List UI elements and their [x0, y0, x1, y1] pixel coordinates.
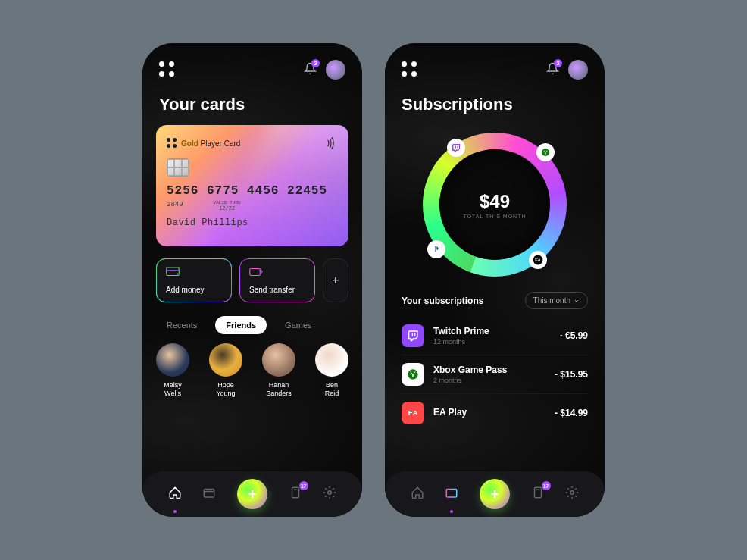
subscriptions-list-title: Your subscriptions	[402, 296, 483, 306]
actions-row: + Add money Send transfer +	[142, 246, 362, 310]
contactless-icon	[323, 136, 338, 151]
card-brand: Gold Player Card	[167, 138, 240, 149]
xbox-icon	[402, 363, 424, 386]
page-title: Your cards	[142, 89, 362, 125]
friend-avatar	[209, 343, 242, 377]
nav-add-button[interactable]: +	[480, 479, 510, 509]
svg-point-7	[542, 149, 549, 156]
svg-point-10	[408, 369, 417, 379]
topbar: 2	[142, 43, 362, 89]
friend-avatar	[262, 343, 295, 377]
playstation-icon[interactable]	[427, 240, 445, 258]
svg-rect-4	[205, 490, 215, 498]
notifications-button[interactable]: 2	[546, 62, 559, 78]
svg-rect-3	[250, 269, 261, 276]
notification-badge: 2	[554, 59, 562, 67]
notifications-button[interactable]: 2	[304, 62, 317, 78]
svg-point-13	[570, 491, 574, 495]
send-transfer-icon	[249, 267, 263, 277]
card-chip-icon	[167, 158, 189, 177]
twitch-icon	[402, 324, 424, 347]
friend-item[interactable]: HananSanders	[262, 343, 295, 398]
nav-wallet[interactable]	[445, 486, 458, 502]
subscriptions-header: Your subscriptions This month	[385, 292, 605, 317]
svg-rect-0	[167, 267, 180, 276]
add-money-button[interactable]: + Add money	[156, 258, 232, 302]
notification-badge: 2	[311, 59, 320, 67]
svg-text:EA: EA	[535, 258, 541, 262]
subscription-item[interactable]: Xbox Game Pass2 months - $15.95	[402, 355, 588, 394]
topbar: 2	[385, 43, 605, 89]
payment-card[interactable]: Gold Player Card 5256 6775 4456 22455 28…	[156, 125, 348, 246]
subscription-item[interactable]: EA EA Play - $14.99	[402, 394, 588, 424]
nav-badge: 17	[299, 481, 308, 490]
subscriptions-list: Twitch Prime12 months - €5.99 Xbox Game …	[385, 317, 605, 424]
send-transfer-button[interactable]: Send transfer	[239, 258, 315, 302]
nav-badge: 17	[542, 481, 551, 490]
tab-friends[interactable]: Friends	[215, 316, 267, 334]
more-actions-button[interactable]: +	[323, 258, 348, 302]
tabs: Recents Friends Games	[142, 310, 362, 343]
total-amount: $49	[480, 191, 510, 212]
chevron-down-icon	[574, 298, 580, 304]
svg-point-6	[328, 491, 332, 495]
page-title: Subscriptions	[385, 89, 605, 125]
subscription-price: - $15.95	[555, 369, 588, 380]
friend-item[interactable]: HopeYoung	[209, 343, 242, 398]
nav-activity[interactable]: 17	[289, 486, 302, 502]
donut-chart: $49 TOTAL THIS MONTH EA	[385, 125, 605, 292]
ea-icon: EA	[402, 402, 424, 424]
friend-item[interactable]: MaisyWells	[156, 343, 189, 398]
nav-activity[interactable]: 17	[531, 486, 545, 502]
avatar[interactable]	[568, 60, 588, 80]
twitch-icon[interactable]	[447, 139, 465, 157]
cards-screen: 2 Your cards Gold Player Card 5256 6775 …	[142, 43, 362, 517]
card-expiry: 12/22	[219, 205, 235, 211]
svg-rect-11	[447, 490, 458, 498]
ea-icon[interactable]: EA	[529, 251, 547, 269]
svg-text:+: +	[177, 271, 180, 276]
subscriptions-screen: 2 Subscriptions $49 TOTAL THIS MONTH EA	[385, 43, 605, 517]
nav-home[interactable]	[168, 486, 182, 502]
card-number: 5256 6775 4456 22455	[167, 184, 338, 198]
subscription-item[interactable]: Twitch Prime12 months - €5.99	[402, 317, 588, 355]
nav-settings[interactable]	[565, 486, 579, 502]
tab-recents[interactable]: Recents	[156, 316, 208, 334]
subscription-price: - €5.99	[560, 330, 588, 341]
friends-list: MaisyWells HopeYoung HananSanders BenRei…	[142, 343, 362, 398]
app-menu-icon[interactable]	[402, 61, 418, 78]
friend-item[interactable]: BenReid	[315, 343, 348, 398]
card-holder: David Phillips	[167, 217, 338, 228]
period-dropdown[interactable]: This month	[525, 292, 588, 309]
nav-wallet[interactable]	[202, 486, 216, 502]
xbox-icon[interactable]	[536, 143, 555, 161]
total-label: TOTAL THIS MONTH	[463, 214, 526, 219]
nav-home[interactable]	[411, 486, 424, 502]
svg-rect-12	[534, 487, 541, 498]
tab-games[interactable]: Games	[274, 316, 322, 334]
card-small-num: 2849	[167, 201, 183, 211]
topbar-right: 2	[304, 60, 345, 80]
bottom-nav: + 17	[385, 471, 605, 517]
subscription-price: - $14.99	[555, 408, 588, 418]
svg-rect-5	[292, 487, 298, 498]
app-menu-icon[interactable]	[159, 61, 176, 78]
friend-avatar	[156, 343, 189, 377]
topbar-right: 2	[546, 60, 588, 80]
add-money-icon: +	[166, 267, 180, 277]
nav-settings[interactable]	[323, 486, 336, 502]
friend-avatar	[315, 343, 348, 377]
nav-add-button[interactable]: +	[237, 479, 267, 509]
bottom-nav: + 17	[142, 471, 362, 517]
avatar[interactable]	[326, 60, 345, 80]
